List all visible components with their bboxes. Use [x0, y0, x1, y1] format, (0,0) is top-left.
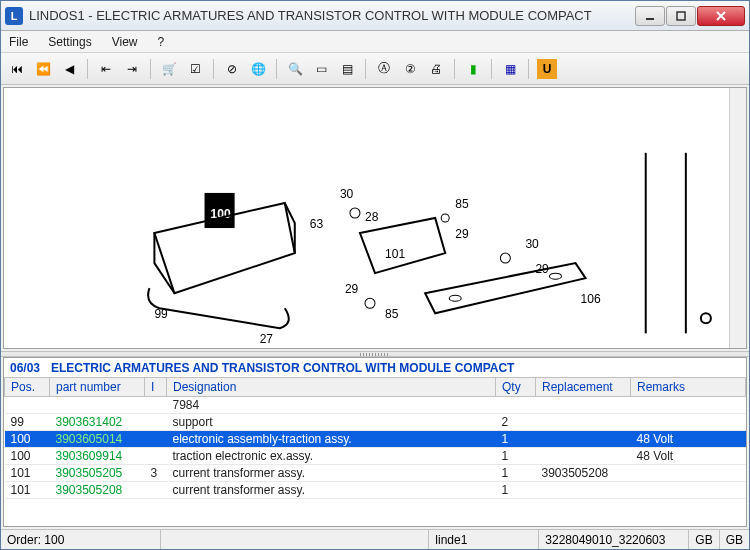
svg-point-10 [365, 298, 375, 308]
first-icon[interactable]: ⏮ [7, 59, 27, 79]
diagram-scrollbar[interactable] [729, 88, 746, 348]
expand-right-icon[interactable]: ⇥ [122, 59, 142, 79]
menu-view[interactable]: View [108, 33, 142, 51]
callout-99: 99 [154, 307, 168, 321]
col-rem[interactable]: Remarks [631, 378, 746, 397]
table-row[interactable]: 1003903609914traction electronic ex.assy… [5, 448, 746, 465]
col-qty[interactable]: Qty [496, 378, 536, 397]
menu-settings[interactable]: Settings [44, 33, 95, 51]
svg-point-8 [549, 273, 561, 279]
status-gb2: GB [720, 530, 749, 549]
rewind-icon[interactable]: ⏪ [33, 59, 53, 79]
callout-29b: 29 [535, 262, 549, 276]
table-row[interactable]: 993903631402support2 [5, 414, 746, 431]
callout-85a: 85 [455, 197, 469, 211]
close-button[interactable] [697, 6, 745, 26]
menu-help[interactable]: ? [154, 33, 169, 51]
titlebar: L LINDOS1 - ELECTRIC ARMATURES AND TRANS… [1, 1, 749, 31]
green-flag-icon[interactable]: ▮ [463, 59, 483, 79]
svg-point-5 [350, 208, 360, 218]
callout-29c: 29 [345, 282, 359, 296]
menubar: File Settings View ? [1, 31, 749, 53]
callout-28: 28 [365, 210, 379, 224]
parts-table[interactable]: Pos. part number I Designation Qty Repla… [4, 377, 746, 499]
callout-27: 27 [260, 332, 274, 346]
callout-30b: 30 [525, 237, 539, 251]
marker-off-icon[interactable]: ⊘ [222, 59, 242, 79]
col-i[interactable]: I [145, 378, 167, 397]
svg-rect-1 [677, 12, 685, 20]
callout-63: 63 [310, 217, 324, 231]
menu-file[interactable]: File [5, 33, 32, 51]
table-row[interactable]: 7984 [5, 397, 746, 414]
status-order: Order: 100 [1, 530, 161, 549]
callout-85b: 85 [385, 307, 399, 321]
print-icon[interactable]: 🖨 [426, 59, 446, 79]
section-title: 06/03 ELECTRIC ARMATURES AND TRANSISTOR … [4, 358, 746, 377]
col-part[interactable]: part number [50, 378, 145, 397]
table-row[interactable]: 1003903605014electronic assembly-tractio… [5, 431, 746, 448]
table-pane: 06/03 ELECTRIC ARMATURES AND TRANSISTOR … [3, 357, 747, 527]
col-desig[interactable]: Designation [167, 378, 496, 397]
callout-101: 101 [385, 247, 405, 261]
diagram-pane[interactable]: 100 99 27 63 101 30 28 85 29 106 30 [3, 87, 747, 349]
document-icon[interactable]: ▭ [311, 59, 331, 79]
u-button-icon[interactable]: U [537, 59, 557, 79]
svg-point-7 [449, 295, 461, 301]
cart-icon[interactable]: 🛒 [159, 59, 179, 79]
letter-a-icon[interactable]: Ⓐ [374, 59, 394, 79]
minimize-button[interactable] [635, 6, 665, 26]
status-code: 3228049010_3220603 [539, 530, 689, 549]
col-repl[interactable]: Replacement [536, 378, 631, 397]
status-user: linde1 [429, 530, 539, 549]
svg-point-11 [701, 313, 711, 323]
table-row[interactable]: 10139035052053current transformer assy.1… [5, 465, 746, 482]
globe-icon[interactable]: 🌐 [248, 59, 268, 79]
callout-106: 106 [581, 292, 601, 306]
zoom-in-icon[interactable]: 🔍 [285, 59, 305, 79]
prev-icon[interactable]: ◀ [59, 59, 79, 79]
checklist-icon[interactable]: ☑ [185, 59, 205, 79]
table-row[interactable]: 1013903505208current transformer assy.1 [5, 482, 746, 499]
number-2-icon[interactable]: ② [400, 59, 420, 79]
svg-point-6 [441, 214, 449, 222]
col-pos[interactable]: Pos. [5, 378, 50, 397]
toolbar: ⏮ ⏪ ◀ ⇤ ⇥ 🛒 ☑ ⊘ 🌐 🔍 ▭ ▤ Ⓐ ② 🖨 ▮ ▦ U [1, 53, 749, 85]
status-gb1: GB [689, 530, 719, 549]
expand-left-icon[interactable]: ⇤ [96, 59, 116, 79]
page-icon[interactable]: ▤ [337, 59, 357, 79]
callout-30a: 30 [340, 187, 354, 201]
maximize-button[interactable] [666, 6, 696, 26]
status-spacer [161, 530, 429, 549]
svg-point-9 [500, 253, 510, 263]
window-title: LINDOS1 - ELECTRIC ARMATURES AND TRANSIS… [29, 8, 635, 23]
callout-29a: 29 [455, 227, 469, 241]
app-icon: L [5, 7, 23, 25]
app-window: L LINDOS1 - ELECTRIC ARMATURES AND TRANS… [0, 0, 750, 550]
blue-grid-icon[interactable]: ▦ [500, 59, 520, 79]
statusbar: Order: 100 linde1 3228049010_3220603 GB … [1, 529, 749, 549]
